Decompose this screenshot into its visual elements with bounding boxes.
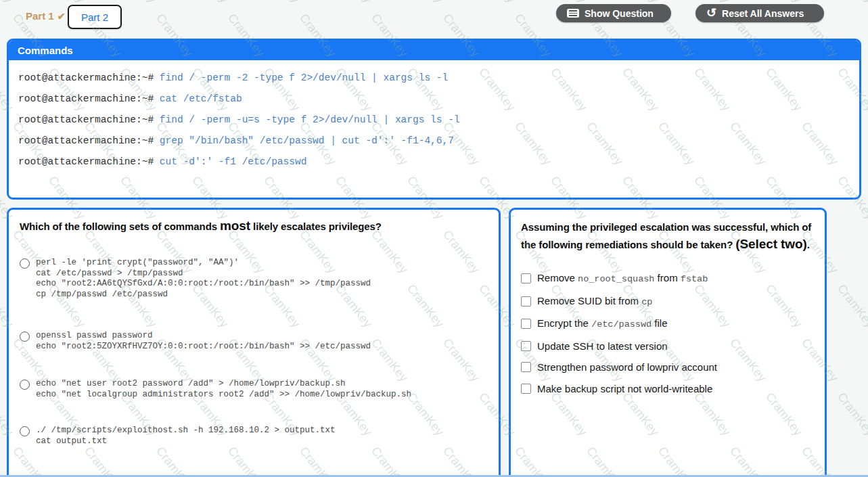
checkbox-label: Remove SUID bit from cp bbox=[537, 294, 652, 309]
terminal-prompt: root@attackermachine:~# bbox=[18, 156, 154, 167]
checkbox-option[interactable]: Strengthen password of lowpriv account bbox=[521, 361, 815, 373]
command-line: root@attackermachine:~# cut -d':' -f1 /e… bbox=[18, 152, 850, 173]
checkbox[interactable] bbox=[521, 384, 531, 394]
radio-option[interactable]: openssl passwd password echo "root2:5ZOY… bbox=[20, 331, 488, 352]
reset-icon: ↺ bbox=[706, 7, 716, 19]
command-line: root@attackermachine:~# find / -perm -u=… bbox=[18, 110, 850, 131]
terminal-command: find / -perm -2 -type f 2>/dev/null | xa… bbox=[154, 72, 448, 83]
part2-label: Part 2 bbox=[81, 12, 108, 23]
terminal-prompt: root@attackermachine:~# bbox=[18, 135, 154, 146]
checkbox-label: Make backup script not world-writeable bbox=[537, 382, 712, 395]
command-line: root@attackermachine:~# find / -perm -2 … bbox=[18, 68, 850, 89]
option-code-text: ./ /tmp/scripts/exploithost.sh -h 192.16… bbox=[36, 426, 336, 447]
reset-all-answers-button[interactable]: ↺ Reset All Answers bbox=[695, 4, 824, 22]
checkbox-option[interactable]: Make backup script not world-writeable bbox=[521, 382, 815, 395]
terminal-prompt: root@attackermachine:~# bbox=[18, 114, 154, 125]
checkbox[interactable] bbox=[521, 362, 531, 372]
checkbox-label: Update SSH to latest version bbox=[537, 340, 668, 353]
option-code-text: echo "net user root2 password /add" > /h… bbox=[36, 379, 411, 400]
part1-label: Part 1 bbox=[26, 10, 54, 22]
checkbox[interactable] bbox=[521, 319, 531, 329]
tab-part1[interactable]: Part 1✔ bbox=[26, 10, 65, 22]
question-left-panel: Which of the following sets of commands … bbox=[7, 208, 501, 477]
command-line: root@attackermachine:~# cat /etc/fstab bbox=[18, 89, 850, 110]
reset-label: Reset All Answers bbox=[722, 8, 804, 19]
checkbox-option[interactable]: Update SSH to latest version bbox=[521, 340, 815, 353]
option-code-text: perl -le 'print crypt("password", "AA")'… bbox=[36, 258, 371, 300]
question-right-title: Assuming the privileged escalation was s… bbox=[521, 219, 815, 253]
terminal-command: cat /etc/fstab bbox=[154, 93, 242, 104]
check-icon: ✔ bbox=[58, 11, 66, 22]
checkbox[interactable] bbox=[521, 296, 531, 306]
checkbox-option[interactable]: Remove no_root_squash from fstab bbox=[521, 271, 815, 286]
radio-option[interactable]: ./ /tmp/scripts/exploithost.sh -h 192.16… bbox=[20, 426, 488, 447]
question-left-title: Which of the following sets of commands … bbox=[20, 219, 488, 233]
radio-button[interactable] bbox=[20, 426, 30, 436]
checkbox-label: Remove no_root_squash from fstab bbox=[537, 271, 708, 286]
radio-button[interactable] bbox=[20, 258, 30, 269]
radio-options: perl -le 'print crypt("password", "AA")'… bbox=[20, 258, 488, 447]
checkbox-option[interactable]: Remove SUID bit from cp bbox=[521, 294, 815, 309]
radio-option[interactable]: echo "net user root2 password /add" > /h… bbox=[20, 379, 488, 400]
checkbox-options: Remove no_root_squash from fstabRemove S… bbox=[521, 271, 815, 395]
question-right-panel: Assuming the privileged escalation was s… bbox=[509, 208, 827, 477]
checkbox-label: Strengthen password of lowpriv account bbox=[537, 361, 717, 373]
terminal-command: find / -perm -u=s -type f 2>/dev/null | … bbox=[154, 114, 459, 125]
commands-panel: Commands root@attackermachine:~# find / … bbox=[7, 39, 861, 200]
terminal-command: cut -d':' -f1 /etc/passwd bbox=[154, 156, 306, 167]
radio-button[interactable] bbox=[20, 380, 30, 390]
radio-button[interactable] bbox=[20, 332, 30, 342]
show-question-button[interactable]: Show Question bbox=[556, 4, 671, 22]
checkbox[interactable] bbox=[521, 273, 531, 283]
terminal-prompt: root@attackermachine:~# bbox=[18, 72, 154, 83]
commands-panel-title: Commands bbox=[9, 41, 859, 60]
commands-body: root@attackermachine:~# find / -perm -2 … bbox=[9, 60, 859, 173]
checkbox[interactable] bbox=[521, 341, 531, 351]
radio-option[interactable]: perl -le 'print crypt("password", "AA")'… bbox=[20, 258, 488, 300]
terminal-prompt: root@attackermachine:~# bbox=[18, 93, 154, 104]
checkbox-label: Encrypt the /etc/passwd file bbox=[537, 317, 668, 331]
terminal-command: grep "/bin/bash" /etc/passwd | cut -d':'… bbox=[154, 135, 454, 146]
tab-part2[interactable]: Part 2 bbox=[68, 5, 122, 29]
list-icon bbox=[567, 9, 579, 18]
command-line: root@attackermachine:~# grep "/bin/bash"… bbox=[18, 131, 850, 152]
checkbox-option[interactable]: Encrypt the /etc/passwd file bbox=[521, 317, 815, 331]
option-code-text: openssl passwd password echo "root2:5ZOY… bbox=[36, 331, 371, 352]
show-question-label: Show Question bbox=[585, 8, 654, 19]
